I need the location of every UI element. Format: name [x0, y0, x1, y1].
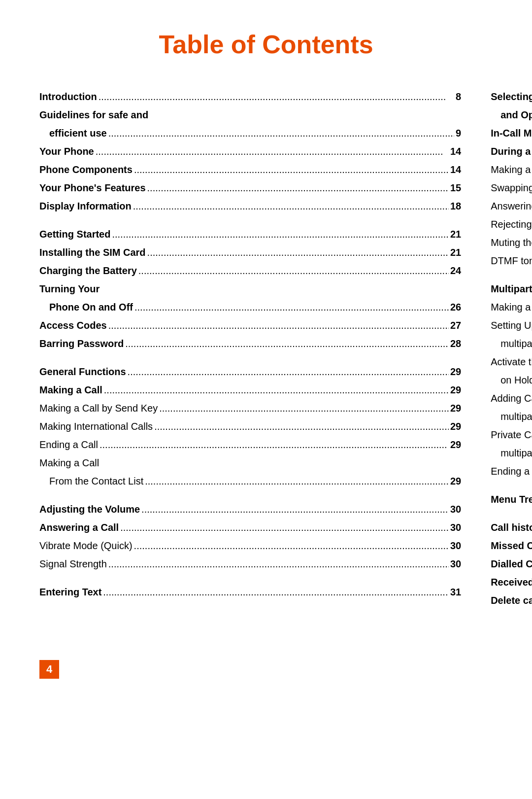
- toc-page: 29: [450, 382, 461, 398]
- toc-label: Making a Second Call: [491, 299, 532, 315]
- toc-page: 21: [450, 244, 461, 260]
- toc-entry: Answering an Incoming Call..............…: [491, 198, 532, 214]
- toc-dots: ........................................…: [147, 244, 449, 260]
- toc-label: In-Call Menu: [491, 125, 532, 141]
- toc-label: Multiparty: [491, 281, 532, 297]
- toc-dots: ........................................…: [125, 336, 449, 351]
- toc-label: Rejecting an Incoming Call: [491, 216, 532, 232]
- toc-label: Adding Calls to the: [491, 390, 532, 406]
- toc-label: Answering an Incoming Call: [491, 198, 532, 214]
- toc-entry: Private Call in a: [491, 427, 532, 443]
- toc-dots: ........................................…: [134, 162, 449, 177]
- spacer: [39, 491, 461, 501]
- toc-entry: During a Call...........................…: [491, 143, 532, 159]
- toc-label: Making International Calls: [39, 418, 153, 434]
- toc-page: 18: [450, 198, 461, 214]
- toc-entry: Making a Call: [39, 455, 461, 471]
- toc-entry: and Options.............................…: [491, 107, 532, 123]
- toc-entry: Guidelines for safe and: [39, 107, 461, 123]
- toc-entry: Missed Calls............................…: [491, 538, 532, 554]
- spacer: [39, 354, 461, 364]
- toc-label: Muting the Microphone: [491, 235, 532, 250]
- toc-label: During a Call: [491, 143, 532, 159]
- toc-label: Selecting Functions: [491, 89, 532, 104]
- toc-label: Call history: [491, 520, 532, 535]
- toc-entry: Getting Started.........................…: [39, 226, 461, 242]
- toc-entry: Installing the SIM Card.................…: [39, 244, 461, 260]
- toc-entry: Phone On and Off........................…: [39, 299, 461, 315]
- toc-entry: Muting the Microphone...................…: [491, 235, 532, 250]
- toc-page: 9: [456, 125, 461, 141]
- toc-dots: ........................................…: [159, 400, 449, 416]
- toc-entry: Setting Up a: [491, 317, 532, 333]
- toc-dots: ........................................…: [104, 382, 449, 398]
- toc-label: Making a Call: [39, 382, 102, 398]
- right-column: Selecting Functionsand Options..........…: [491, 89, 532, 611]
- toc-dots: ........................................…: [120, 520, 449, 535]
- toc-label: Display Information: [39, 198, 132, 214]
- spacer: [39, 574, 461, 584]
- toc-page: 14: [450, 162, 461, 177]
- toc-dots: ........................................…: [103, 584, 449, 600]
- toc-dots: ........................................…: [134, 538, 449, 554]
- toc-label: multiparty: [500, 409, 532, 424]
- toc-entry: Received calls..........................…: [491, 574, 532, 590]
- toc-label: Your Phone: [39, 143, 94, 159]
- toc-entry: Charging the Battery....................…: [39, 263, 461, 278]
- toc-entry: Phone Components........................…: [39, 162, 461, 177]
- toc-entry: on Hold.................................…: [491, 372, 532, 388]
- toc-page: 26: [450, 299, 461, 315]
- toc-entry: From the Contact List...................…: [39, 473, 461, 489]
- toc-label: efficient use: [49, 125, 107, 141]
- toc-dots: ........................................…: [128, 364, 449, 380]
- toc-entry: Vibrate Mode (Quick)....................…: [39, 538, 461, 554]
- toc-label: Your Phone's Features: [39, 180, 146, 196]
- toc-label: Received calls: [491, 574, 532, 590]
- toc-page: 15: [450, 180, 461, 196]
- toc-entry: Adding Calls to the: [491, 390, 532, 406]
- toc-label: Activate the multiparty: [491, 354, 532, 370]
- toc-page: 30: [450, 538, 461, 554]
- toc-entry: Delete call history.....................…: [491, 592, 532, 608]
- spacer: [39, 216, 461, 226]
- toc-entry: Making a Call by Send Key...............…: [39, 400, 461, 416]
- toc-page: 30: [450, 501, 461, 517]
- toc-label: Turning Your: [39, 281, 100, 297]
- toc-label: From the Contact List: [49, 473, 143, 489]
- toc-entry: Introduction............................…: [39, 89, 461, 104]
- toc-entry: In-Call Menu............................…: [491, 125, 532, 141]
- toc-label: Making a Second Call: [491, 162, 532, 177]
- toc-entry: Access Codes............................…: [39, 317, 461, 333]
- toc-label: Barring Password: [39, 336, 124, 351]
- toc-page: 30: [450, 520, 461, 535]
- toc-label: Guidelines for safe and: [39, 107, 148, 123]
- toc-label: Ending a Call: [39, 437, 98, 452]
- toc-dots: ........................................…: [138, 263, 449, 278]
- toc-entry: Turning Your: [39, 281, 461, 297]
- toc-entry: DTMF tones while calling................…: [491, 253, 532, 269]
- toc-entry: Answering a Call........................…: [39, 520, 461, 535]
- toc-dots: ........................................…: [154, 418, 449, 434]
- toc-label: Ending a multiparty: [491, 463, 532, 479]
- toc-label: Setting Up a: [491, 317, 532, 333]
- toc-label: Getting Started: [39, 226, 110, 242]
- toc-page: 29: [450, 473, 461, 489]
- toc-label: on Hold: [500, 372, 532, 388]
- toc-entry: Ending a Call...........................…: [39, 437, 461, 452]
- spacer: [491, 510, 532, 520]
- toc-label: Dialled Calls: [491, 556, 532, 572]
- toc-label: General Functions: [39, 364, 126, 380]
- toc-page: 29: [450, 400, 461, 416]
- toc-page: 8: [456, 89, 461, 104]
- toc-dots: ........................................…: [145, 473, 449, 489]
- toc-dots: ........................................…: [96, 143, 449, 159]
- toc-entry: multiparty..............................…: [491, 336, 532, 351]
- left-column: Introduction............................…: [39, 89, 461, 611]
- toc-entry: Menu Tree...............................…: [491, 491, 532, 507]
- toc-label: Phone Components: [39, 162, 133, 177]
- toc-entry: Selecting Functions: [491, 89, 532, 104]
- toc-entry: Barring Password........................…: [39, 336, 461, 351]
- toc-dots: ........................................…: [100, 437, 449, 452]
- toc-entry: Rejecting an Incoming Call..............…: [491, 216, 532, 232]
- toc-page: 27: [450, 317, 461, 333]
